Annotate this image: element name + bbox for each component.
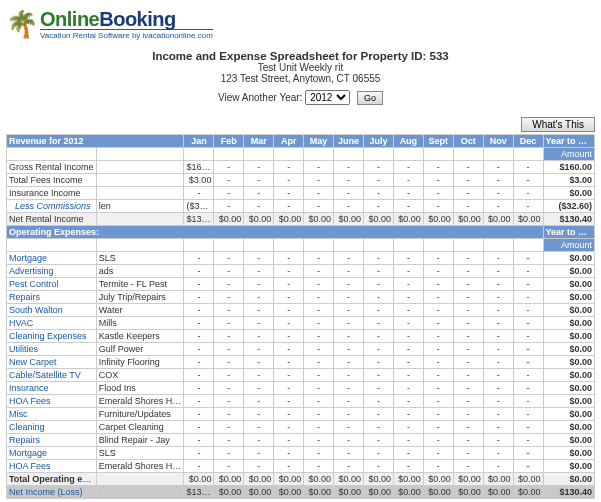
cell: - [244, 278, 274, 291]
cell: - [304, 356, 334, 369]
cell: - [423, 330, 453, 343]
cell: - [453, 187, 483, 200]
cell: $0.00 [393, 473, 423, 486]
row-label[interactable]: Repairs [7, 434, 97, 447]
logo-text: OnlineBooking [40, 8, 213, 31]
row-label[interactable]: Cable/Satellite TV [7, 369, 97, 382]
cell: $0.00 [274, 213, 304, 226]
row-label[interactable]: HOA Fees [7, 395, 97, 408]
cell: - [364, 369, 394, 382]
year-select[interactable]: 2012 [305, 90, 350, 105]
cell: - [453, 252, 483, 265]
row-label[interactable]: Cleaning Expenses [7, 330, 97, 343]
cell: - [513, 278, 543, 291]
cell: - [334, 408, 364, 421]
row-label[interactable]: Repairs [7, 291, 97, 304]
month-header: Apr [274, 135, 304, 148]
ytd-cell: $0.00 [543, 317, 594, 330]
expense-row: HOA FeesEmerald Shores HOA------------$0… [7, 460, 595, 473]
row-desc [96, 161, 184, 174]
cell: - [184, 434, 214, 447]
row-label[interactable]: HVAC [7, 317, 97, 330]
cell: - [483, 421, 513, 434]
cell: $0.00 [244, 213, 274, 226]
cell: - [393, 408, 423, 421]
month-header: Mar [244, 135, 274, 148]
row-label[interactable]: Cleaning [7, 421, 97, 434]
cell: $0.00 [304, 486, 334, 499]
cell: $0.00 [423, 486, 453, 499]
row-label[interactable]: Insurance [7, 382, 97, 395]
cell: - [483, 304, 513, 317]
cell: - [214, 278, 244, 291]
revenue-header: Revenue for 2012 [7, 135, 184, 148]
cell: - [244, 343, 274, 356]
cell: - [364, 460, 394, 473]
row-label[interactable]: Pest Control [7, 278, 97, 291]
cell: - [483, 369, 513, 382]
cell: - [453, 343, 483, 356]
cell: - [334, 356, 364, 369]
cell: - [214, 200, 244, 213]
cell: - [304, 460, 334, 473]
cell: - [393, 434, 423, 447]
ytd-cell: $0.00 [543, 356, 594, 369]
row-label[interactable]: Utilities [7, 343, 97, 356]
ytd-cell: $0.00 [543, 369, 594, 382]
cell: - [334, 434, 364, 447]
cell: $0.00 [244, 473, 274, 486]
cell: - [423, 356, 453, 369]
row-label[interactable]: New Carpet [7, 356, 97, 369]
cell: - [453, 161, 483, 174]
cell: - [214, 265, 244, 278]
cell: - [334, 187, 364, 200]
row-label[interactable]: Advertising [7, 265, 97, 278]
month-header: Aug [393, 135, 423, 148]
ytd-cell: $0.00 [543, 304, 594, 317]
row-label[interactable]: Mortgage [7, 252, 97, 265]
row-label[interactable]: South Walton [7, 304, 97, 317]
cell: - [513, 460, 543, 473]
go-button[interactable]: Go [357, 91, 383, 105]
cell: - [304, 291, 334, 304]
cell: - [214, 356, 244, 369]
ytd-cell: $0.00 [543, 421, 594, 434]
cell: $160.00 [184, 161, 214, 174]
cell: - [274, 395, 304, 408]
expense-row: MortgageSLS------------$0.00 [7, 447, 595, 460]
cell: - [244, 330, 274, 343]
cell: - [423, 395, 453, 408]
row-label[interactable]: HOA Fees [7, 460, 97, 473]
cell: - [483, 330, 513, 343]
ytd-cell: $130.40 [543, 486, 594, 499]
cell: - [483, 291, 513, 304]
cell: - [423, 161, 453, 174]
ytd-cell: $0.00 [543, 187, 594, 200]
cell: - [513, 382, 543, 395]
cell: - [483, 408, 513, 421]
row-label[interactable]: Misc [7, 408, 97, 421]
row-label[interactable]: Net Income (Loss) [7, 486, 97, 499]
year-label: View Another Year: [218, 92, 302, 103]
cell: - [483, 278, 513, 291]
cell: - [244, 421, 274, 434]
row-label: Insurance Income [7, 187, 97, 200]
cell: - [274, 369, 304, 382]
row-label[interactable]: Mortgage [7, 447, 97, 460]
cell: - [274, 343, 304, 356]
cell: - [184, 330, 214, 343]
cell: - [423, 447, 453, 460]
ytd-cell: $0.00 [543, 330, 594, 343]
cell: - [214, 161, 244, 174]
cell: ($32.60) [184, 200, 214, 213]
row-desc [96, 486, 184, 499]
whats-this-button[interactable]: What's This [521, 117, 595, 132]
cell: - [453, 200, 483, 213]
expense-row: UtilitiesGulf Power------------$0.00 [7, 343, 595, 356]
cell: - [364, 265, 394, 278]
cell: - [214, 304, 244, 317]
cell: - [393, 356, 423, 369]
cell: - [393, 187, 423, 200]
cell: - [274, 187, 304, 200]
cell: - [244, 382, 274, 395]
